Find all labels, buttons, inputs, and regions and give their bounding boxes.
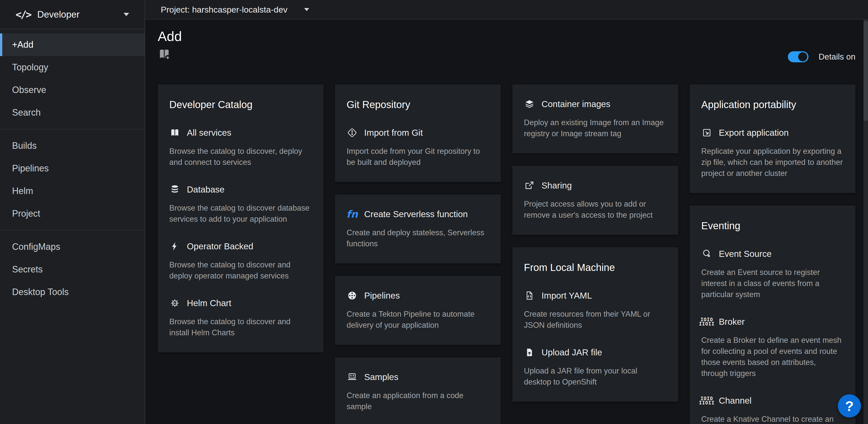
add-item-create-serverless-function: fnCreate Serverless functionCreate and d… xyxy=(347,208,489,249)
add-item-export-application: Export applicationReplicate your applica… xyxy=(701,127,844,179)
tekton-icon xyxy=(347,290,358,301)
card-git-repository: Git RepositoryImport from GitImport code… xyxy=(335,84,501,182)
item-description: Create an Event source to register inter… xyxy=(701,267,844,300)
file-upload-icon xyxy=(524,347,535,358)
file-code-icon xyxy=(524,290,535,301)
add-item-import-yaml: Import YAMLCreate resources from their Y… xyxy=(524,290,666,331)
item-description: Project access allows you to add or remo… xyxy=(524,199,666,221)
item-title: Sharing xyxy=(541,180,572,191)
add-item-link-all-services[interactable]: All services xyxy=(169,127,312,138)
scrollbar-thumb[interactable] xyxy=(864,21,868,121)
card-pipelines: PipelinesCreate a Tekton Pipeline to aut… xyxy=(335,276,501,345)
add-item-link-pipelines[interactable]: Pipelines xyxy=(347,290,489,301)
details-toggle[interactable] xyxy=(788,51,808,62)
item-description: Create and deploy stateless, Serverless … xyxy=(347,227,489,249)
add-item-helm-chart: HELMHelm ChartBrowse the catalog to disc… xyxy=(169,298,312,338)
help-button[interactable]: ? xyxy=(838,394,861,418)
git-icon xyxy=(347,127,358,138)
item-description: Create a Broker to define an event mesh … xyxy=(701,335,844,379)
card-title: Git Repository xyxy=(347,98,489,111)
add-item-link-database[interactable]: Database xyxy=(169,184,312,195)
sidebar-item-topology[interactable]: Topology xyxy=(0,56,145,79)
add-item-link-sharing[interactable]: Sharing xyxy=(524,180,666,191)
card-column-1: Developer CatalogAll servicesBrowse the … xyxy=(158,84,323,352)
item-title: Samples xyxy=(364,371,398,383)
card-create-serverless-function: fnCreate Serverless functionCreate and d… xyxy=(335,195,501,263)
item-description: Replicate your application by exporting … xyxy=(701,146,844,179)
card-developer-catalog: Developer CatalogAll servicesBrowse the … xyxy=(158,84,323,352)
sidebar-item-pipelines[interactable]: Pipelines xyxy=(0,157,145,180)
item-title: Create Serverless function xyxy=(364,208,468,220)
item-description: Browse the catalog to discover and deplo… xyxy=(169,259,312,282)
book-plus-icon[interactable] xyxy=(158,48,171,61)
item-description: Create an application from a code sample xyxy=(347,390,489,412)
binary-icon: IOIOIIOII xyxy=(701,316,712,327)
card-column-2: Git RepositoryImport from GitImport code… xyxy=(335,84,501,424)
add-item-link-event-source[interactable]: Event Source xyxy=(701,248,844,259)
item-title: Database xyxy=(187,184,224,195)
perspective-switcher[interactable]: </> Developer xyxy=(0,0,145,29)
add-item-sharing: SharingProject access allows you to add … xyxy=(524,180,666,221)
item-title: Upload JAR file xyxy=(541,347,602,358)
sidebar-item-builds[interactable]: Builds xyxy=(0,135,145,157)
add-item-link-operator-backed[interactable]: Operator Backed xyxy=(169,241,312,252)
details-toggle-group: Details on xyxy=(788,51,856,62)
scrollbar[interactable] xyxy=(864,20,868,424)
add-item-pipelines: PipelinesCreate a Tekton Pipeline to aut… xyxy=(347,290,489,331)
add-item-container-images: Container imagesDeploy an existing Image… xyxy=(524,98,666,139)
project-selector[interactable]: Project: harshcasper-localsta-dev xyxy=(145,0,868,20)
add-item-operator-backed: Operator BackedBrowse the catalog to dis… xyxy=(169,241,312,282)
item-title: Container images xyxy=(541,98,610,110)
add-item-link-import-from-git[interactable]: Import from Git xyxy=(347,127,489,138)
caret-down-icon xyxy=(124,13,129,16)
helm-icon: HELM xyxy=(169,298,180,309)
item-description: Browse the catalog to discover, deploy a… xyxy=(169,146,312,168)
item-title: Import YAML xyxy=(541,290,592,301)
item-description: Browse the catalog to discover and insta… xyxy=(169,316,312,338)
item-title: Broker xyxy=(719,316,745,327)
add-item-link-export-application[interactable]: Export application xyxy=(701,127,844,138)
caret-down-icon xyxy=(304,8,309,11)
openshift-console: </> Developer +AddTopologyObserveSearchB… xyxy=(0,0,868,424)
item-title: Export application xyxy=(719,127,788,138)
sidebar-item-configmaps[interactable]: ConfigMaps xyxy=(0,235,145,258)
add-item-link-container-images[interactable]: Container images xyxy=(524,98,666,110)
fn-icon: fn xyxy=(347,208,358,220)
add-item-link-upload-jar-file[interactable]: Upload JAR file xyxy=(524,347,666,358)
card-from-local-machine: From Local MachineImport YAMLCreate reso… xyxy=(513,247,678,402)
add-item-link-create-serverless-function[interactable]: fnCreate Serverless function xyxy=(347,208,489,220)
sidebar-item-observe[interactable]: Observe xyxy=(0,79,145,101)
event-source-icon xyxy=(701,248,712,259)
add-item-link-helm-chart[interactable]: HELMHelm Chart xyxy=(169,298,312,309)
item-title: Helm Chart xyxy=(187,298,231,309)
page-title: Add xyxy=(158,28,182,44)
sidebar-nav: +AddTopologyObserveSearchBuildsPipelines… xyxy=(0,29,145,303)
sidebar-divider xyxy=(0,129,145,130)
add-item-import-from-git: Import from GitImport code from your Git… xyxy=(347,127,489,168)
toggle-knob xyxy=(798,52,807,61)
sidebar-item-secrets[interactable]: Secrets xyxy=(0,258,145,281)
add-item-link-samples[interactable]: Samples xyxy=(347,371,489,383)
export-app-icon xyxy=(701,127,712,138)
add-cards-grid: Developer CatalogAll servicesBrowse the … xyxy=(158,84,856,424)
item-title: Pipelines xyxy=(364,290,400,301)
item-title: Event Source xyxy=(719,248,772,259)
sidebar-item-project[interactable]: Project xyxy=(0,202,145,225)
layers-icon xyxy=(524,98,535,110)
binary-icon: IOIOIIOII xyxy=(701,395,712,406)
add-item-link-channel[interactable]: IOIOIIOIIChannel xyxy=(701,395,844,406)
sidebar-item-helm[interactable]: Helm xyxy=(0,180,145,202)
project-selector-label: Project: harshcasper-localsta-dev xyxy=(161,5,287,15)
laptop-code-icon xyxy=(347,371,358,383)
add-item-broker: IOIOIIOIIBrokerCreate a Broker to define… xyxy=(701,316,844,379)
sidebar-item-desktop-tools[interactable]: Desktop Tools xyxy=(0,281,145,303)
item-description: Create resources from their YAML or JSON… xyxy=(524,309,666,331)
card-title: Eventing xyxy=(701,220,844,232)
add-item-link-import-yaml[interactable]: Import YAML xyxy=(524,290,666,301)
svg-text:HELM: HELM xyxy=(172,302,178,304)
sidebar-item-add[interactable]: +Add xyxy=(0,33,145,56)
sidebar-item-search[interactable]: Search xyxy=(0,101,145,124)
add-item-link-broker[interactable]: IOIOIIOIIBroker xyxy=(701,316,844,327)
card-application-portability: Application portabilityExport applicatio… xyxy=(690,84,856,193)
item-title: All services xyxy=(187,127,231,138)
